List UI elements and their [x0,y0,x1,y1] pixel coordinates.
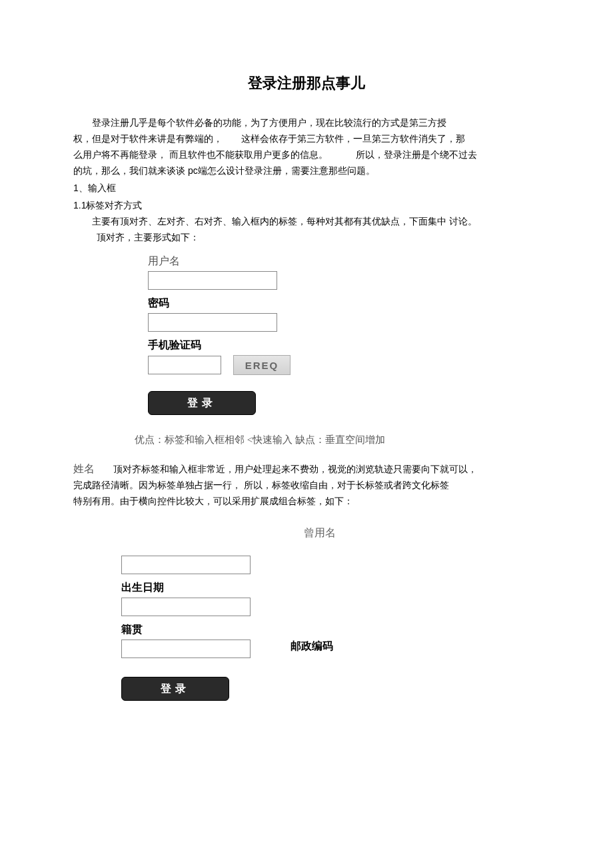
combined-label-form-example: 曾用名 出生日期 籍贯 邮政编码 登录 [121,529,521,701]
top-aligned-form-example: 用户名 密码 手机验证码 EREQ 登录 [148,254,328,415]
username-label: 用户名 [148,254,328,268]
section-1-1-heading: 1.1标签对齐方式 [73,197,540,213]
password-label: 密码 [148,296,328,310]
form1-caption: 优点：标签和输入框相邻 <快速输入 缺点：垂直空间增加 [135,434,540,446]
intro-line-4: 的坑，那么，我们就来谈谈 pc端怎么设计登录注册，需要注意那些问题。 [73,163,540,179]
phone-code-label: 手机验证码 [148,338,328,352]
birth-date-input[interactable] [121,598,251,616]
login-button[interactable]: 登录 [148,391,256,415]
para2-line-2: 完成路径清晰。因为标签单独占据一行， 所以，标签收缩自由，对于长标签或者跨文化标… [73,477,540,493]
native-place-input[interactable] [121,640,251,658]
password-input[interactable] [148,313,277,332]
para2-line-1: 顶对齐标签和输入框非常近，用户处理起来不费劲，视觉的浏览轨迹只需要向下就可以， [113,464,477,474]
native-place-label: 籍贯 [121,623,521,637]
phone-code-input[interactable] [148,356,221,374]
intro-line-3: 么用户将不再能登录， 而且软件也不能获取用户更多的信息。 所以，登录注册是个绕不… [73,147,540,163]
intro-line-1: 登录注册几乎是每个软件必备的功能，为了方便用户，现在比较流行的方式是第三方授 [73,115,540,131]
para2-line-3: 特别有用。由于横向控件比较大，可以采用扩展成组合标签，如下： [73,493,540,509]
captcha-image[interactable]: EREQ [233,355,291,375]
section-1-1-line-1: 主要有顶对齐、左对齐、右对齐、输入框内的标签，每种对其都有其优缺点，下面集中 讨… [73,213,540,229]
username-input[interactable] [148,271,277,290]
name-label-inline: 姓名 [73,461,95,477]
former-name-label: 曾用名 [304,526,336,540]
intro-line-2: 权，但是对于软件来讲是有弊端的， 这样会依存于第三方软件，一旦第三方软件消失了，… [73,131,540,147]
birth-date-label: 出生日期 [121,581,521,595]
section-1-1-line-2: 顶对齐，主要形式如下： [73,229,540,245]
postal-code-label: 邮政编码 [291,640,333,653]
section-1-heading: 1、输入框 [73,180,540,196]
login-button-2[interactable]: 登录 [121,677,229,701]
name-input[interactable] [121,556,251,574]
page-title: 登录注册那点事儿 [73,73,540,93]
